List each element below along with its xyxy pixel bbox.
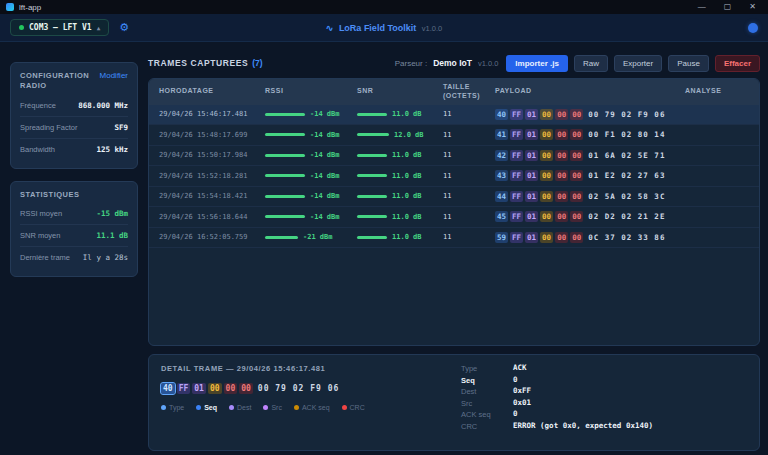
table-row[interactable]: 29/04/26 15:56:18.644-14 dBm11.0 dB1145F… — [149, 207, 759, 228]
snr-bar — [357, 113, 387, 116]
decoded-field-row: CRCERROR (got 0x0, expected 0x140) — [461, 421, 653, 431]
byte-src: 01 — [525, 129, 538, 140]
byte-type: 40 — [161, 383, 175, 394]
column-header-rssi: RSSI — [265, 87, 357, 96]
modify-link[interactable]: Modifier — [100, 71, 128, 80]
rssi-value: -14 dBm — [310, 172, 340, 180]
export-button[interactable]: Exporter — [614, 55, 662, 72]
byte-crc: 00 — [570, 129, 583, 140]
cell-size: 11 — [443, 172, 495, 180]
table-row[interactable]: 29/04/26 15:46:17.481-14 dBm11.0 dB1140F… — [149, 105, 759, 126]
rssi-bar — [265, 133, 305, 136]
rssi-bar — [265, 154, 305, 157]
table-row[interactable]: 29/04/26 15:50:17.984-14 dBm11.0 dB1142F… — [149, 146, 759, 167]
snr-value: 11.0 dB — [392, 233, 422, 241]
payload-data-bytes: 00 79 02 F9 06 — [588, 110, 665, 119]
cell-size: 11 — [443, 131, 495, 139]
radio-config-title: CONFIGURATION RADIO — [20, 71, 82, 91]
info-icon[interactable] — [748, 23, 758, 33]
legend-item-type[interactable]: Type — [161, 404, 184, 411]
import-js-button[interactable]: Importer .js — [506, 55, 568, 72]
column-header-taille-octets-: TAILLE (OCTETS) — [443, 83, 495, 101]
cell-rssi: -14 dBm — [265, 213, 357, 221]
byte-dest: FF — [510, 191, 523, 202]
serial-port-label: COM3 — LFT V1 — [29, 23, 92, 32]
table-row[interactable]: 29/04/26 15:52:18.281-14 dBm11.0 dB1143F… — [149, 166, 759, 187]
legend-item-crc[interactable]: CRC — [342, 404, 365, 411]
cell-snr: 12.0 dB — [357, 131, 443, 139]
byte-type: 41 — [495, 129, 508, 140]
parser-label: Parseur : — [395, 59, 427, 68]
cell-rssi: -14 dBm — [265, 172, 357, 180]
snr-value: 11.0 dB — [392, 192, 422, 200]
kv-label: Spreading Factor — [20, 123, 78, 132]
table-row[interactable]: 29/04/26 15:48:17.699-14 dBm12.0 dB1141F… — [149, 125, 759, 146]
payload-data-bytes: 00 F1 02 80 14 — [588, 130, 665, 139]
cell-timestamp: 29/04/26 15:54:18.421 — [159, 192, 265, 200]
clear-button[interactable]: Effacer — [715, 55, 760, 72]
byte-crc: 00 — [570, 191, 583, 202]
statistics-panel: STATISTIQUES RSSI moyen-15 dBmSNR moyen1… — [10, 181, 138, 278]
app-title: LoRa Field Toolkit — [339, 23, 416, 33]
byte-crc: 00 — [570, 232, 583, 243]
byte-legend: TypeSeqDestSrcACK seqCRC — [161, 404, 747, 411]
cell-payload: 42FF0100000001 6A 02 5E 71 — [495, 150, 685, 161]
kv-value: 125 kHz — [96, 145, 128, 154]
cell-snr: 11.0 dB — [357, 233, 443, 241]
byte-crc: 00 — [570, 109, 583, 120]
byte-crc: 00 — [555, 170, 568, 181]
byte-dest: FF — [510, 232, 523, 243]
field-value: ACK — [513, 363, 527, 373]
legend-item-ack-seq[interactable]: ACK seq — [294, 404, 330, 411]
statistics-rows: RSSI moyen-15 dBmSNR moyen11.1 dBDernièr… — [20, 203, 128, 268]
field-label: CRC — [461, 421, 513, 431]
legend-dot-icon — [196, 405, 201, 410]
byte-src: 01 — [525, 232, 538, 243]
sidebar-kv-row: Dernière trameIl y a 28s — [20, 246, 128, 268]
byte-crc: 00 — [555, 211, 568, 222]
cell-rssi: -14 dBm — [265, 131, 357, 139]
byte-ackseq: 00 — [540, 232, 553, 243]
payload-data-bytes: 02 5A 02 58 3C — [588, 192, 665, 201]
field-value: ERROR (got 0x0, expected 0x140) — [513, 421, 653, 431]
close-button[interactable]: ✕ — [749, 0, 756, 14]
byte-crc: 00 — [555, 191, 568, 202]
maximize-button[interactable]: ▢ — [724, 0, 732, 14]
byte-crc: 00 — [224, 383, 238, 394]
byte-dest: FF — [510, 170, 523, 181]
serial-port-selector[interactable]: COM3 — LFT V1 ▲ — [10, 19, 109, 36]
os-titlebar: lft-app — ▢ ✕ — [0, 0, 768, 14]
pause-button[interactable]: Pause — [668, 55, 709, 72]
table-row[interactable]: 29/04/26 16:52:05.759-21 dBm11.0 dB1159F… — [149, 228, 759, 249]
byte-dest: FF — [510, 150, 523, 161]
byte-crc: 00 — [555, 109, 568, 120]
byte-type: 40 — [495, 109, 508, 120]
legend-item-src[interactable]: Src — [263, 404, 282, 411]
field-value: 0xFF — [513, 386, 531, 396]
connection-status-dot — [19, 25, 24, 30]
field-label: Type — [461, 363, 513, 373]
rssi-value: -14 dBm — [310, 131, 340, 139]
decoded-field-row: Src0x01 — [461, 398, 653, 408]
cell-payload: 40FF0100000000 79 02 F9 06 — [495, 109, 685, 120]
snr-bar — [357, 195, 387, 198]
legend-item-dest[interactable]: Dest — [229, 404, 251, 411]
cell-timestamp: 29/04/26 15:46:17.481 — [159, 110, 265, 118]
cell-size: 11 — [443, 110, 495, 118]
kv-label: Dernière trame — [20, 253, 70, 262]
kv-label: Fréquence — [20, 101, 56, 110]
raw-button[interactable]: Raw — [574, 55, 608, 72]
byte-ackseq: 00 — [540, 109, 553, 120]
byte-dest: FF — [510, 129, 523, 140]
table-row[interactable]: 29/04/26 15:54:18.421-14 dBm11.0 dB1144F… — [149, 187, 759, 208]
byte-ackseq: 00 — [540, 211, 553, 222]
byte-crc: 00 — [555, 232, 568, 243]
payload-data-bytes: 01 E2 02 27 63 — [588, 171, 665, 180]
legend-item-seq[interactable]: Seq — [196, 404, 217, 411]
column-header-horodatage: HORODATAGE — [159, 87, 265, 96]
byte-crc: 00 — [239, 383, 253, 394]
kv-value: SF9 — [114, 123, 128, 132]
kv-value: -15 dBm — [96, 209, 128, 218]
minimize-button[interactable]: — — [698, 0, 706, 14]
gear-icon[interactable]: ⚙ — [119, 21, 129, 34]
